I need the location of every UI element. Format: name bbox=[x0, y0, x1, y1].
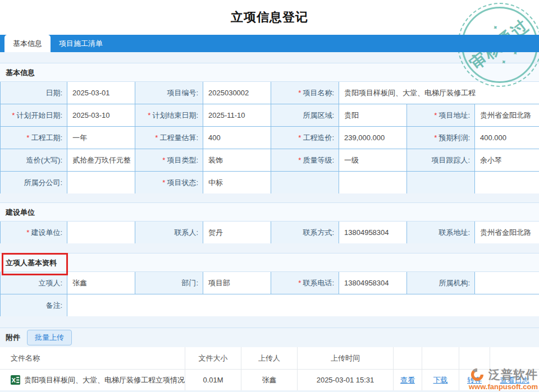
field-value bbox=[67, 294, 539, 316]
field-label: 所属区域: bbox=[271, 104, 339, 126]
title-bar: 立项信息登记 bbox=[0, 0, 539, 35]
tab-construction-list[interactable]: 项目施工清单 bbox=[51, 35, 111, 52]
attachments-band: 附件 批量上传 bbox=[0, 328, 539, 347]
form-content: 基本信息 日期:2025-03-01项目编号:2025030002*项目名称:贵… bbox=[0, 52, 539, 392]
applicant-grid: 立项人:张鑫部门:项目部*联系电话:13804958304所属机构:备注: bbox=[0, 272, 539, 316]
tab-basic-info[interactable]: 基本信息 bbox=[4, 35, 51, 52]
field-value: 装饰 bbox=[203, 149, 271, 171]
attachments-column-header bbox=[459, 347, 490, 370]
required-marker: * bbox=[26, 133, 29, 142]
transfer-link[interactable]: 转存 bbox=[467, 375, 482, 385]
field-label: *计划开始日期: bbox=[1, 104, 67, 126]
required-marker: * bbox=[298, 156, 301, 164]
field-label bbox=[271, 172, 339, 193]
field-value bbox=[475, 172, 539, 193]
field-label: 项目跟踪人: bbox=[407, 149, 474, 171]
required-marker: * bbox=[298, 89, 301, 97]
field-label: 联系人: bbox=[135, 222, 203, 243]
field-value: 贵阳项目样板间、大堂、电梯厅装修工程 bbox=[339, 82, 539, 104]
field-label: *项目状态: bbox=[135, 172, 203, 193]
construction-unit-grid: *建设单位:联系人:贺丹联系方式:13804958304联系地址:贵州省金阳北路 bbox=[0, 222, 539, 243]
spacer bbox=[0, 243, 539, 253]
field-label: 日期: bbox=[1, 82, 67, 104]
attachment-action-cell: 查看 bbox=[394, 370, 422, 390]
field-label: *项目类型: bbox=[135, 149, 203, 171]
field-label: *联系电话: bbox=[271, 272, 339, 294]
field-value bbox=[67, 172, 135, 193]
section-applicant-header: 立项人基本资料 bbox=[0, 253, 539, 272]
field-value: 2025-03-01 bbox=[67, 82, 135, 104]
attachments-column-header: 文件名称 bbox=[0, 347, 185, 370]
spacer bbox=[0, 316, 539, 328]
field-value: 13804958304 bbox=[339, 272, 406, 294]
section-basic-info-header: 基本信息 bbox=[0, 63, 539, 82]
required-marker: * bbox=[148, 111, 150, 119]
batch-upload-button[interactable]: 批量上传 bbox=[27, 330, 72, 345]
attachments-column-header: 文件大小 bbox=[185, 347, 241, 370]
field-value: 2025-03-10 bbox=[67, 104, 135, 126]
field-label: 联系地址: bbox=[407, 222, 474, 243]
field-label: *建设单位: bbox=[1, 222, 67, 243]
field-value: 项目部 bbox=[203, 272, 271, 294]
field-label: 立项人: bbox=[1, 272, 67, 294]
view-log-link[interactable]: 查看日志 bbox=[500, 375, 529, 385]
required-marker: * bbox=[26, 228, 29, 237]
field-value: 贰拾叁万玖仟元整 bbox=[67, 149, 135, 171]
field-label: *工程工期: bbox=[1, 127, 67, 149]
attachments-column-header: 上传人 bbox=[241, 347, 298, 370]
page-title: 立项信息登记 bbox=[231, 9, 308, 26]
required-marker: * bbox=[162, 178, 165, 187]
field-value: 2025-11-10 bbox=[203, 104, 271, 126]
required-marker: * bbox=[434, 111, 437, 119]
attachment-file-name: X贵阳项目样板间、大堂、电梯厅装修工程立项情况. bbox=[0, 370, 185, 390]
required-marker: * bbox=[155, 133, 158, 142]
field-label: *项目名称: bbox=[271, 82, 339, 104]
attachment-action-cell: 下载 bbox=[422, 370, 459, 390]
attachments-title: 附件 bbox=[6, 333, 20, 343]
required-marker: * bbox=[162, 156, 165, 164]
required-marker: * bbox=[298, 133, 301, 142]
attachment-uploader: 张鑫 bbox=[241, 370, 298, 390]
field-label: 项目编号: bbox=[135, 82, 203, 104]
field-value: 400.000 bbox=[475, 127, 539, 149]
field-value: 一年 bbox=[67, 127, 135, 149]
spacer bbox=[0, 193, 539, 202]
attachments-column-header: 上传时间 bbox=[298, 347, 394, 370]
view-link[interactable]: 查看 bbox=[400, 375, 415, 385]
field-label: *质量等级: bbox=[271, 149, 339, 171]
attachment-action-cell: 转存 bbox=[459, 370, 490, 390]
attachments-column-header bbox=[394, 347, 422, 370]
field-label: *计划结束日期: bbox=[135, 104, 203, 126]
field-value: 400 bbox=[203, 127, 271, 149]
field-value: 一级 bbox=[339, 149, 406, 171]
field-label: *预期利润: bbox=[407, 127, 474, 149]
field-value: 2025030002 bbox=[203, 82, 271, 104]
field-label: 部门: bbox=[135, 272, 203, 294]
attachments-column-header bbox=[422, 347, 459, 370]
basic-info-grid: 日期:2025-03-01项目编号:2025030002*项目名称:贵阳项目样板… bbox=[0, 82, 539, 193]
attachments-table: 文件名称文件大小上传人上传时间X贵阳项目样板间、大堂、电梯厅装修工程立项情况.0… bbox=[0, 347, 539, 390]
field-value: 贵州省金阳北路 bbox=[475, 222, 539, 243]
spacer bbox=[0, 52, 539, 63]
field-label: 所属机构: bbox=[407, 272, 474, 294]
field-label: 联系方式: bbox=[271, 222, 339, 243]
field-label: 备注: bbox=[1, 294, 67, 316]
field-value: 余小琴 bbox=[475, 149, 539, 171]
required-marker: * bbox=[298, 279, 301, 287]
svg-text:X: X bbox=[11, 377, 16, 384]
field-label: *工程造价: bbox=[271, 127, 339, 149]
field-label: 造价(大写): bbox=[1, 149, 67, 171]
download-link[interactable]: 下载 bbox=[433, 375, 448, 385]
field-value: 张鑫 bbox=[67, 272, 135, 294]
field-value: 13804958304 bbox=[339, 222, 406, 243]
field-value: 贺丹 bbox=[203, 222, 271, 243]
attachment-action-cell: 查看日志 bbox=[490, 370, 539, 390]
field-label: *项目地址: bbox=[407, 104, 474, 126]
field-value: 贵州省金阳北路 bbox=[475, 104, 539, 126]
attachments-column-header bbox=[490, 347, 539, 370]
field-value bbox=[67, 222, 135, 243]
field-label bbox=[407, 172, 474, 193]
excel-file-icon: X bbox=[11, 375, 20, 385]
attachment-upload-time: 2025-03-01 15:31 bbox=[298, 370, 394, 390]
field-value bbox=[475, 272, 539, 294]
